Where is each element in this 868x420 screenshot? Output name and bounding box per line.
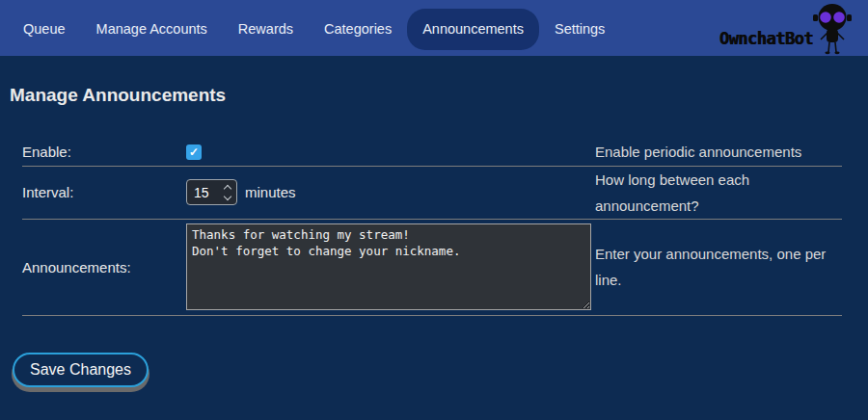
logo-text: OwnchatBot xyxy=(719,29,813,48)
tab-categories[interactable]: Categories xyxy=(309,9,407,50)
spinner-up-icon[interactable] xyxy=(224,184,231,192)
tab-queue[interactable]: Queue xyxy=(8,9,81,50)
announcements-help-text: Enter your announcements, one per line. xyxy=(595,246,826,288)
tab-announcements[interactable]: Announcements xyxy=(407,9,539,50)
announcements-label: Announcements: xyxy=(22,259,131,276)
table-row-announcements: Announcements: Thanks for watching my st… xyxy=(22,219,842,315)
tab-manage-accounts[interactable]: Manage Accounts xyxy=(81,9,223,50)
enable-checkbox[interactable]: ✓ xyxy=(186,144,202,160)
interval-help-text: How long between each announcement? xyxy=(595,171,749,214)
tab-settings[interactable]: Settings xyxy=(539,9,620,50)
main-content: Manage Announcements Enable: ✓ Enable pe… xyxy=(0,85,868,387)
announcement-settings-table: Enable: ✓ Enable periodic announcements … xyxy=(22,139,842,316)
page-title: Manage Announcements xyxy=(10,85,868,106)
number-spinner[interactable] xyxy=(225,186,231,199)
table-row-enable: Enable: ✓ Enable periodic announcements xyxy=(22,139,842,166)
interval-number-input[interactable]: 15 xyxy=(186,179,237,205)
interval-value: 15 xyxy=(194,185,209,200)
check-icon: ✓ xyxy=(189,145,199,159)
save-changes-button[interactable]: Save Changes xyxy=(13,353,149,387)
interval-unit-label: minutes xyxy=(245,184,296,200)
announcements-textarea[interactable]: Thanks for watching my stream! Don't for… xyxy=(186,223,591,310)
enable-label: Enable: xyxy=(22,144,71,160)
tab-rewards[interactable]: Rewards xyxy=(223,9,309,50)
interval-label: Interval: xyxy=(22,184,73,200)
table-row-interval: Interval: 15 minutes How long between ea… xyxy=(22,166,842,219)
enable-help-text: Enable periodic announcements xyxy=(595,144,801,160)
logo: OwnchatBot xyxy=(719,3,854,55)
navbar: Queue Manage Accounts Rewards Categories… xyxy=(0,0,868,56)
robot-mascot-icon xyxy=(810,3,854,55)
spinner-down-icon[interactable] xyxy=(224,192,231,199)
